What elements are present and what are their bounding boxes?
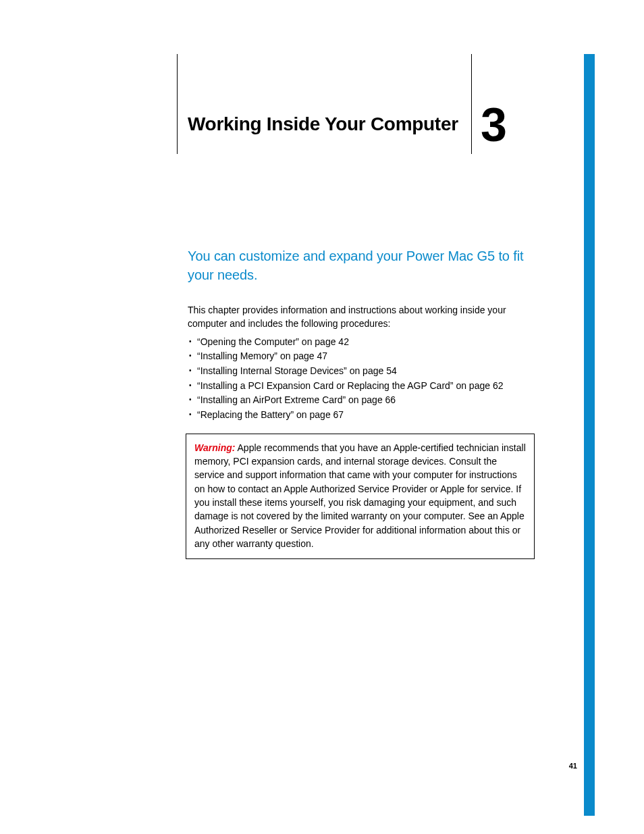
list-item: “Installing a PCI Expansion Card or Repl… <box>188 379 545 394</box>
list-item: “Replacing the Battery” on page 67 <box>188 408 545 423</box>
list-item: “Installing an AirPort Extreme Card” on … <box>188 393 545 408</box>
warning-text: Warning: Apple recommends that you have … <box>194 442 526 549</box>
list-item: “Opening the Computer” on page 42 <box>188 335 545 350</box>
chapter-title: Working Inside Your Computer <box>188 113 458 135</box>
page-number: 41 <box>569 762 577 770</box>
chapter-tab-bar <box>584 54 595 816</box>
chapter-header: Working Inside Your Computer 3 <box>177 54 565 155</box>
title-rule-right <box>471 54 472 154</box>
list-item: “Installing Memory” on page 47 <box>188 349 545 364</box>
title-rule-left <box>177 54 178 154</box>
intro-paragraph: This chapter provides information and in… <box>188 303 545 331</box>
chapter-number: 3 <box>481 101 507 149</box>
warning-label: Warning: <box>194 442 235 453</box>
procedure-list: “Opening the Computer” on page 42 “Insta… <box>188 335 545 423</box>
warning-body: Apple recommends that you have an Apple-… <box>194 442 526 549</box>
chapter-number-block: 3 <box>471 54 518 154</box>
warning-box: Warning: Apple recommends that you have … <box>186 434 535 559</box>
intro-heading: You can customize and expand your Power … <box>188 246 545 284</box>
list-item: “Installing Internal Storage Devices” on… <box>188 364 545 379</box>
page-content: Working Inside Your Computer 3 You can c… <box>177 54 565 559</box>
intro-section: You can customize and expand your Power … <box>177 246 565 559</box>
